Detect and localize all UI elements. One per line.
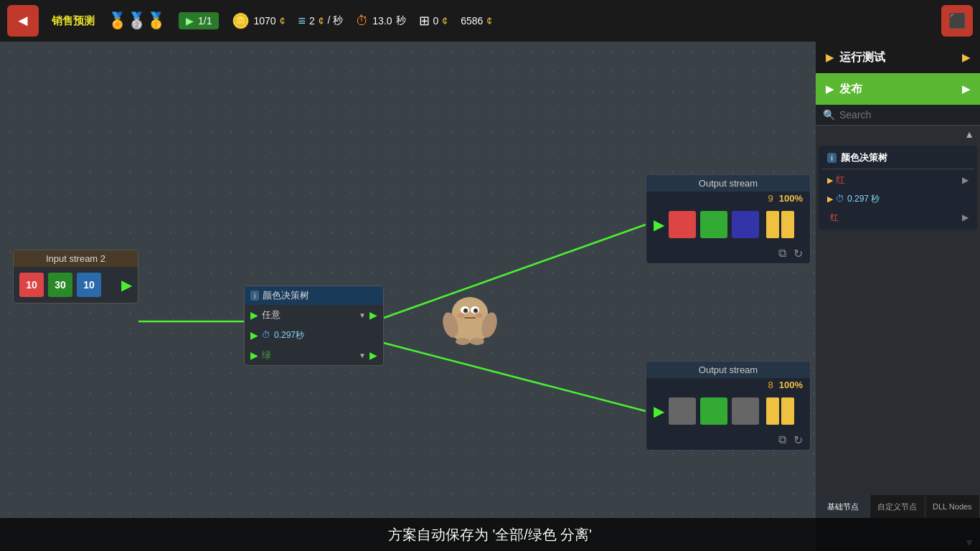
decision-dropdown-2[interactable]: ▼: [359, 352, 366, 359]
decision-title: 颜色决策树: [263, 289, 309, 302]
node-output-top[interactable]: Output stream 9 100% ▶ ⧉ ↻: [646, 174, 811, 264]
statusbar: 方案自动保存为 '全部/绿色 分离': [0, 518, 980, 551]
output-bars: [766, 211, 794, 238]
panel-arrow-2: ▶: [962, 212, 969, 222]
node-input-stream[interactable]: Input stream 2 10 30 10 ▶: [13, 250, 138, 303]
decision-tri-right: ▶: [369, 309, 377, 321]
tab-custom-nodes[interactable]: 自定义节点: [870, 495, 925, 518]
svg-point-15: [470, 338, 484, 345]
speed-val: 0.297秒: [274, 329, 304, 342]
panel-row-2: 红 ▶: [821, 208, 974, 227]
panel-speed-val: 0.297 秒: [847, 193, 880, 205]
progress-container: ▶ 1/1: [179, 12, 219, 29]
decision-row-speed: ▶ ⏱ 0.297秒: [245, 325, 383, 345]
rate-currency: ¢: [319, 15, 324, 27]
status-text: 方案自动保存为 '全部/绿色 分离': [388, 525, 592, 545]
node-input-header: Input stream 2: [14, 250, 138, 267]
decision-badge: i: [250, 291, 259, 301]
decision-row-1: ▶ 任意 ▼ ▶: [245, 305, 383, 325]
bot-bar-2: [781, 397, 794, 425]
node-input-title: Input stream 2: [46, 253, 105, 264]
speed-gauge-icon: ⏱: [262, 330, 270, 340]
decision-row-2: ▶ 绿 ▼ ▶: [245, 345, 383, 365]
search-box[interactable]: 🔍: [816, 105, 980, 126]
total-stat: 6586 ¢: [461, 15, 492, 27]
color-block-blue: 10: [77, 273, 101, 297]
run-test-button[interactable]: ▶ 运行测试 ▶: [816, 42, 980, 73]
output-top-percent: 100%: [779, 193, 803, 204]
tab-dll-nodes[interactable]: DLL Nodes: [925, 495, 980, 518]
output-bot-block-gray2: [732, 397, 759, 425]
panel-row-1: ▶ 红 ▶: [821, 171, 974, 189]
rate-unit: / 秒: [328, 14, 344, 27]
run-tri-right: ▶: [962, 52, 970, 63]
svg-point-9: [457, 314, 464, 318]
svg-point-8: [473, 309, 478, 313]
decision-tri-left-2: ▶: [250, 329, 258, 341]
node-output-bottom[interactable]: Output stream 8 100% ▶ ⧉ ↻: [646, 361, 811, 451]
total-val: 6586: [461, 15, 483, 27]
panel-node-title: 颜色决策树: [841, 151, 969, 164]
progress-val: 1/1: [198, 15, 212, 27]
tab-basic-nodes[interactable]: 基础节点: [816, 495, 870, 518]
output-top-body: ▶: [646, 205, 810, 244]
output-bot-count: 8: [768, 380, 773, 390]
coins-stat: 🪙 1070 ¢: [232, 12, 285, 29]
layers-icon[interactable]: ⧉: [778, 247, 786, 260]
back-button[interactable]: ◄: [7, 5, 39, 37]
output-bot-block-green: [700, 397, 727, 425]
panel-scroll-up-row: ▲: [816, 126, 980, 143]
node-decision-tree[interactable]: i 颜色决策树 ▶ 任意 ▼ ▶ ▶ ⏱ 0.297秒 ▶ 绿 ▼ ▶: [244, 286, 384, 366]
layers-icon-2[interactable]: ⧉: [778, 433, 786, 447]
refresh-icon-2[interactable]: ↻: [793, 433, 803, 447]
total-currency: ¢: [486, 15, 492, 27]
panel-scroll-up[interactable]: ▲: [964, 128, 974, 140]
output-bot-title: Output stream: [699, 364, 758, 375]
color-block-red: 10: [19, 273, 44, 297]
refresh-icon[interactable]: ↻: [793, 247, 803, 260]
output-bot-body: ▶: [646, 392, 810, 430]
run-test-label: 运行测试: [839, 50, 885, 65]
search-input[interactable]: [839, 109, 973, 121]
decision-label-green: 绿: [262, 349, 355, 362]
panel-label-1: 红: [836, 174, 959, 187]
zero-val: 0: [433, 15, 439, 27]
panel-label-red: 红: [827, 212, 959, 224]
output-bot-stats: 8 100%: [646, 378, 810, 392]
svg-line-1: [384, 225, 646, 318]
bar-1: [766, 211, 779, 238]
time-stat: ⏱ 13.0 秒: [356, 14, 405, 29]
svg-line-2: [384, 343, 646, 411]
progress-icon: ▶: [186, 15, 194, 27]
panel-spacer: [816, 232, 980, 534]
node-decision-header: i 颜色决策树: [245, 286, 383, 305]
output-top-footer: ⧉ ↻: [646, 244, 810, 263]
rate-val: 2: [309, 15, 315, 27]
publish-tri-left: ▶: [826, 83, 834, 95]
tab-basic-label: 基础节点: [827, 501, 859, 512]
app-title: 销售预测: [52, 14, 95, 28]
output-bot-footer: ⧉ ↻: [646, 430, 810, 450]
exit-button[interactable]: ⬛: [941, 5, 973, 37]
svg-point-14: [456, 338, 470, 345]
node-input-arrow: ▶: [121, 276, 132, 293]
rate-icon: ≡: [298, 14, 306, 29]
output-bot-percent: 100%: [779, 380, 803, 390]
back-icon: ◄: [15, 11, 31, 30]
decision-dropdown[interactable]: ▼: [359, 311, 366, 319]
output-bot-header: Output stream: [646, 362, 810, 378]
canvas-area[interactable]: Input stream 2 10 30 10 ▶ i 颜色决策树 ▶ 任意 ▼: [0, 42, 816, 551]
publish-label: 发布: [839, 82, 862, 97]
right-panel: ▶ 运行测试 ▶ ▶ 发布 ▶ 🔍 ▲ i 颜色决策树 ▶ 红 ▶ ▶ ⏱ 0.…: [816, 42, 980, 551]
publish-button[interactable]: ▶ 发布 ▶: [816, 73, 980, 105]
tab-dll-label: DLL Nodes: [933, 502, 972, 511]
mascot: [438, 286, 502, 350]
rate-stat: ≡ 2 ¢ / 秒: [298, 14, 343, 29]
zero-currency: ¢: [442, 15, 448, 27]
color-block-green: 30: [48, 273, 72, 297]
panel-node-section: i 颜色决策树 ▶ 红 ▶ ▶ ⏱ 0.297 秒 红 ▶: [819, 146, 977, 230]
decision-green-tri: ▶: [250, 349, 258, 361]
tab-custom-label: 自定义节点: [877, 501, 917, 512]
output-bot-bars: [766, 397, 794, 425]
svg-point-7: [463, 309, 468, 313]
